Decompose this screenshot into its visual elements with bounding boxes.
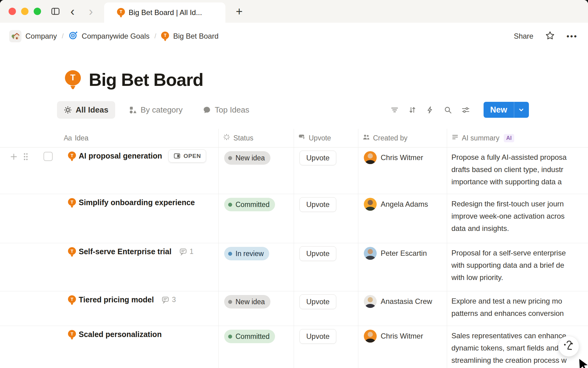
- sidebar-toggle-icon[interactable]: [51, 0, 60, 23]
- ai-badge: AI: [504, 134, 514, 142]
- favorite-star-icon[interactable]: [545, 31, 555, 42]
- status-cell[interactable]: Committed: [219, 326, 294, 368]
- ai-summary-line: importance with supporting data a: [451, 176, 588, 188]
- share-button[interactable]: Share: [514, 32, 533, 40]
- idea-title: Self-serve Enterprise trial: [79, 247, 172, 256]
- status-cell[interactable]: In review: [219, 243, 294, 291]
- drag-handle-icon[interactable]: [23, 152, 29, 162]
- avatar: [364, 151, 377, 164]
- minimize-window-button[interactable]: [21, 8, 28, 15]
- view-tab-top-ideas[interactable]: Top Ideas: [196, 101, 256, 119]
- lightbulb-t-icon: T: [161, 32, 169, 41]
- idea-cell[interactable]: TScaled personalization: [61, 326, 219, 368]
- close-window-button[interactable]: [9, 8, 16, 15]
- search-icon[interactable]: [444, 106, 452, 114]
- column-header-ai-summary[interactable]: AI summary AI: [447, 129, 588, 147]
- status-cell[interactable]: New idea: [219, 291, 294, 326]
- tab-title: Big Bet Board | All Id...: [129, 8, 202, 17]
- add-row-icon[interactable]: [10, 152, 18, 162]
- upvote-button[interactable]: Upvote: [300, 151, 336, 165]
- upvote-cell: Upvote: [294, 243, 358, 291]
- idea-cell[interactable]: TSimplify onboarding experience: [61, 194, 219, 243]
- table-row: TSelf-serve Enterprise trial1In reviewUp…: [0, 243, 588, 291]
- table-row: TAI proposal generationOPENNew ideaUpvot…: [0, 148, 588, 194]
- column-header-status[interactable]: Status: [219, 129, 294, 147]
- sort-icon[interactable]: [408, 106, 417, 114]
- status-cell[interactable]: Committed: [219, 194, 294, 243]
- open-button[interactable]: OPEN: [168, 149, 206, 163]
- idea-title: Simplify onboarding experience: [79, 198, 195, 207]
- column-header-created-by[interactable]: Created by: [358, 129, 447, 147]
- status-dot-icon: [228, 335, 232, 339]
- idea-cell[interactable]: TTiered pricing model3: [61, 291, 219, 326]
- ai-summary-cell[interactable]: Proposal for a self-serve enterprisewith…: [447, 243, 588, 291]
- creator-cell[interactable]: Peter Escartin: [358, 243, 447, 291]
- idea-cell[interactable]: TAI proposal generationOPEN: [61, 148, 219, 194]
- ai-summary-cell[interactable]: Explore and test a new pricing mopattern…: [447, 291, 588, 326]
- creator-cell[interactable]: Anastasia Crew: [358, 291, 447, 326]
- creator-cell[interactable]: Chris Witmer: [358, 148, 447, 194]
- comment-count[interactable]: 3: [161, 296, 176, 304]
- idea-title: Scaled personalization: [79, 330, 162, 339]
- ai-summary-line: Propose a fully AI-assisted proposa: [451, 151, 588, 163]
- table-row: TSimplify onboarding experienceCommitted…: [0, 194, 588, 243]
- idea-title: AI proposal generation: [79, 151, 162, 161]
- comment-count[interactable]: 1: [179, 247, 194, 256]
- view-tab-label: By category: [141, 105, 183, 115]
- new-button-dropdown[interactable]: [514, 102, 529, 118]
- row-checkbox[interactable]: [43, 152, 53, 161]
- view-tab-by-category[interactable]: By category: [122, 101, 189, 119]
- status-dot-icon: [228, 156, 232, 160]
- status-badge: In review: [224, 247, 269, 260]
- column-header-upvote[interactable]: Upvote: [294, 129, 358, 147]
- status-badge: Committed: [224, 198, 275, 211]
- upvote-cell: Upvote: [294, 194, 358, 243]
- idea-cell[interactable]: TSelf-serve Enterprise trial1: [61, 243, 219, 291]
- column-header-idea[interactable]: Aa Idea: [61, 129, 219, 147]
- settings-sliders-icon[interactable]: [462, 106, 470, 114]
- column-label: Upvote: [309, 134, 331, 142]
- upvote-button[interactable]: Upvote: [300, 246, 336, 261]
- forward-button[interactable]: ›: [89, 0, 93, 23]
- upvote-button[interactable]: Upvote: [300, 197, 336, 212]
- ai-summary-cell[interactable]: Propose a fully AI-assisted proposadraft…: [447, 148, 588, 194]
- ai-summary-cell[interactable]: Redesign the first-touch user journimpro…: [447, 194, 588, 243]
- more-options-icon[interactable]: •••: [567, 32, 578, 41]
- comment-icon: [179, 248, 187, 256]
- breadcrumb-item-companywide-goals[interactable]: Companywide Goals: [69, 31, 149, 42]
- back-button[interactable]: ‹: [70, 0, 74, 23]
- creator-name: Anastasia Crew: [381, 295, 432, 308]
- upvote-button[interactable]: Upvote: [300, 329, 336, 344]
- new-button-label: New: [484, 102, 514, 118]
- new-button[interactable]: New: [484, 102, 529, 118]
- row-gutter: [0, 326, 61, 368]
- browser-tab[interactable]: T Big Bet Board | All Id...: [104, 2, 225, 23]
- creator-cell[interactable]: Chris Witmer: [358, 326, 447, 368]
- creator-cell[interactable]: Angela Adams: [358, 194, 447, 243]
- notion-ai-face-button[interactable]: [558, 336, 579, 357]
- status-dot-icon: [228, 203, 232, 207]
- side-peek-icon: [174, 152, 181, 159]
- ai-summary-line: with supporting data and a brief de: [451, 259, 588, 271]
- automation-icon[interactable]: [426, 106, 434, 114]
- button-click-icon: [298, 133, 306, 143]
- ai-summary-line: with low priority.: [451, 271, 588, 284]
- ai-summary-line: improve week-one activation acros: [451, 210, 588, 222]
- view-tab-all-ideas[interactable]: All Ideas: [57, 101, 115, 119]
- page-header: Company / Companywide Goals / T Big Bet …: [0, 23, 588, 50]
- upvote-button[interactable]: Upvote: [300, 294, 336, 309]
- breadcrumb-item-company[interactable]: Company: [9, 30, 57, 42]
- view-tab-label: Top Ideas: [215, 105, 249, 115]
- status-cell[interactable]: New idea: [219, 148, 294, 194]
- new-tab-button[interactable]: +: [232, 0, 246, 23]
- page-title: Big Bet Board: [89, 69, 203, 90]
- breadcrumb-separator: /: [154, 32, 156, 40]
- ai-summary-line: drafts based on client type, industr: [451, 163, 588, 176]
- home-icon: [9, 30, 21, 42]
- views-toolbar-row: All Ideas By category Top Ideas: [57, 101, 529, 119]
- breadcrumb-label: Big Bet Board: [173, 32, 218, 40]
- zoom-window-button[interactable]: [34, 8, 41, 15]
- breadcrumb-item-big-bet-board[interactable]: T Big Bet Board: [161, 32, 218, 41]
- column-label: Idea: [75, 134, 89, 142]
- filter-icon[interactable]: [390, 106, 399, 114]
